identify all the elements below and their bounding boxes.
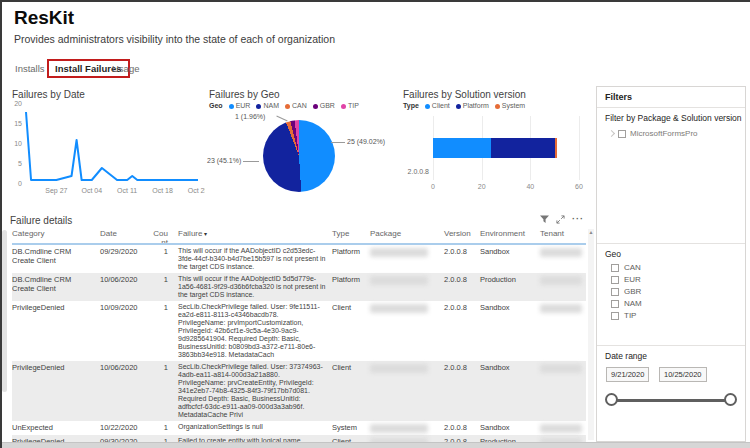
- filters-pane-title: Filters: [605, 92, 632, 102]
- cell-count: 1: [150, 363, 178, 419]
- date-range-start-input[interactable]: 9/21/2020: [606, 367, 649, 382]
- legend-dot: [425, 104, 430, 109]
- bar-segment-system: [555, 138, 557, 158]
- cell-count: 1: [150, 303, 178, 359]
- date-range-slider[interactable]: [613, 399, 729, 402]
- x-tick-label: Oct 11: [112, 187, 142, 194]
- legend-item-tip: TIP: [341, 102, 359, 109]
- cell-count: 1: [150, 247, 178, 271]
- cell-count: 1: [150, 275, 178, 299]
- geo-option-gbr[interactable]: GBR: [611, 287, 641, 296]
- x-tick-label: Oct 04: [77, 187, 107, 194]
- table-scrollbar[interactable]: ▲: [588, 229, 594, 440]
- slider-handle-end[interactable]: [724, 393, 737, 406]
- stacked-bar[interactable]: [433, 138, 557, 158]
- legend-item-eur: EUR: [229, 102, 251, 109]
- bar-category-label: 2.0.0.8: [403, 168, 429, 175]
- table-row[interactable]: DB.Cmdline CRM Create Client09/29/20201T…: [12, 245, 586, 273]
- cell-tenant: [540, 303, 586, 359]
- cell-package: [370, 303, 444, 359]
- chart-title-failures-by-solution-version: Failures by Solution version: [403, 89, 526, 100]
- focus-mode-icon[interactable]: [556, 215, 565, 224]
- checkbox[interactable]: [611, 276, 619, 284]
- slider-handle-start[interactable]: [605, 393, 618, 406]
- geo-option-eur[interactable]: EUR: [611, 275, 641, 284]
- page-scrollbar[interactable]: [2, 230, 7, 392]
- pie-callout-nam: 23 (45.1%): [207, 157, 241, 164]
- tab-installs[interactable]: Installs: [15, 63, 45, 74]
- cell-failure: OrganizationSettings is null: [178, 423, 332, 433]
- cell-failure: This will occur if the AADobjectID 5d5d7…: [178, 275, 332, 299]
- table-body: DB.Cmdline CRM Create Client09/29/20201T…: [12, 245, 586, 442]
- filter-icon[interactable]: [540, 215, 549, 224]
- sort-descending-icon: ▾: [202, 231, 207, 237]
- geo-legend: GeoEURNAMCANGBRTIP: [209, 102, 359, 109]
- pie-chart[interactable]: [263, 120, 335, 192]
- geo-option-can[interactable]: CAN: [611, 263, 641, 272]
- legend-dot: [495, 104, 500, 109]
- legend-dot: [456, 104, 461, 109]
- legend-dot: [285, 104, 290, 109]
- redacted-package: [370, 276, 428, 285]
- cell-category: DB.Cmdline CRM Create Client: [12, 247, 100, 271]
- cell-tenant: [540, 423, 586, 433]
- package-filter-title: Filter by Package & Solution version: [605, 113, 742, 123]
- checkbox[interactable]: [611, 264, 619, 272]
- y-tick-label: 10: [10, 140, 22, 147]
- checkbox[interactable]: [611, 288, 619, 296]
- redacted-tenant: [540, 248, 582, 257]
- table-row[interactable]: PrivilegeDenied10/06/20201SecLib.CheckPr…: [12, 361, 586, 421]
- divider: [597, 243, 745, 244]
- line-chart[interactable]: [26, 104, 198, 184]
- date-range-end-input[interactable]: 10/25/2020: [659, 367, 707, 382]
- page-title: ResKit: [14, 7, 74, 29]
- cell-type: Platform: [332, 247, 370, 271]
- redacted-tenant: [540, 276, 582, 285]
- callout-leader-line: [243, 161, 259, 162]
- failures-by-solution-version-card: Failures by Solution version TypeClientP…: [399, 86, 591, 210]
- checkbox[interactable]: [611, 300, 619, 308]
- legend-item-client: Client: [425, 102, 450, 109]
- cell-version: 2.0.0.8: [444, 423, 480, 433]
- redacted-package: [370, 248, 428, 257]
- table-row[interactable]: PrivilegeDenied10/09/20201SecLib.CheckPr…: [12, 301, 586, 361]
- failure-details-card: Failure details ··· CategoryDateCountFai…: [8, 212, 594, 444]
- cell-environment: Sandbox: [480, 247, 540, 271]
- tab-usage[interactable]: Usage: [112, 63, 139, 74]
- redacted-tenant: [540, 304, 582, 313]
- more-options-icon[interactable]: ···: [572, 214, 584, 224]
- cell-version: 2.0.0.8: [444, 275, 480, 299]
- geo-option-label: NAM: [624, 299, 642, 308]
- bar-x-tick-label: 40: [520, 183, 540, 190]
- table-row[interactable]: UnExpected10/22/20201OrganizationSetting…: [12, 421, 586, 435]
- filters-pane: Filters Filter by Package & Solution ver…: [596, 86, 746, 442]
- package-filter-item[interactable]: MicrosoftFormsPro: [609, 129, 698, 138]
- geo-option-tip[interactable]: TIP: [611, 311, 636, 320]
- checkbox[interactable]: [611, 312, 619, 320]
- cell-version: 2.0.0.8: [444, 363, 480, 419]
- x-tick-label: Sep 27: [41, 187, 71, 194]
- table-row[interactable]: PrivilegeDenied09/30/20201Failed to crea…: [12, 435, 586, 442]
- chart-title-failures-by-date: Failures by Date: [12, 89, 85, 100]
- chevron-expand-icon[interactable]: [608, 130, 615, 137]
- geo-option-nam[interactable]: NAM: [611, 299, 642, 308]
- cell-category: PrivilegeDenied: [12, 303, 100, 359]
- cell-date: 10/06/2020: [100, 275, 150, 299]
- cell-package: [370, 275, 444, 299]
- redacted-package: [370, 304, 428, 313]
- cell-category: DB.Cmdline CRM Create Client: [12, 275, 100, 299]
- pie-callout-can: 1 (1.96%): [235, 113, 265, 120]
- table-row[interactable]: DB.Cmdline CRM Create Client10/06/20201T…: [12, 273, 586, 301]
- y-tick-label: 20: [10, 100, 22, 107]
- table-title: Failure details: [10, 215, 72, 226]
- geo-option-label: CAN: [624, 263, 641, 272]
- package-checkbox[interactable]: [618, 130, 626, 138]
- cell-date: 10/06/2020: [100, 363, 150, 419]
- cell-version: 2.0.0.8: [444, 247, 480, 271]
- type-legend: TypeClientPlatformSystem: [403, 102, 525, 109]
- cell-failure: SecLib.CheckPrivilege failed. User: 3737…: [178, 363, 332, 419]
- cell-category: UnExpected: [12, 423, 100, 433]
- y-tick-label: 0: [10, 180, 22, 187]
- redacted-package: [370, 364, 428, 373]
- cell-package: [370, 363, 444, 419]
